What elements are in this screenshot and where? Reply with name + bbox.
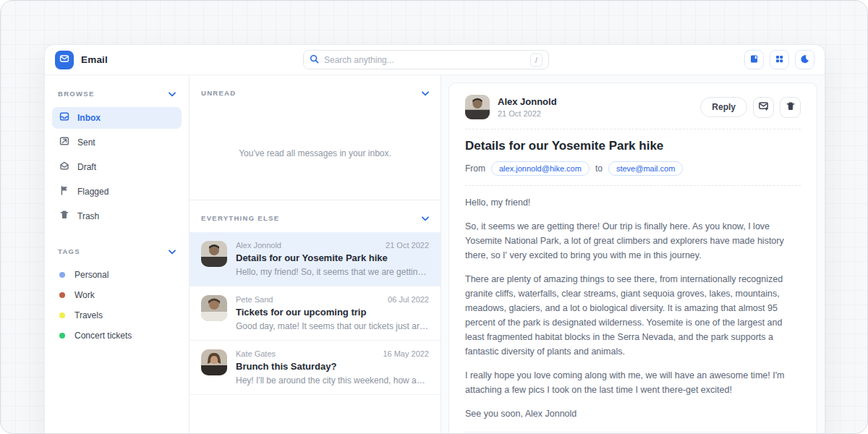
mail-sender: Pete Sand xyxy=(236,295,273,304)
search-icon xyxy=(310,54,319,67)
sidebar-item-draft[interactable]: Draft xyxy=(52,156,182,178)
mail-item-content: Kate Gates 16 May 2022 Brunch this Satur… xyxy=(236,349,429,386)
tag-label: Travels xyxy=(75,310,103,320)
draft-envelope-icon xyxy=(59,161,69,174)
header-center: / xyxy=(108,50,744,69)
mail-sender: Alex Jonnold xyxy=(236,241,281,250)
mail-list-item[interactable]: Pete Sand 06 Jul 2022 Tickets for our up… xyxy=(190,286,441,341)
search-box[interactable]: / xyxy=(303,50,549,69)
tag-color-dot xyxy=(59,272,65,278)
header-actions xyxy=(744,50,814,69)
app-body: BROWSE Inbox Sent xyxy=(45,75,825,434)
to-label: to xyxy=(595,163,603,174)
avatar xyxy=(201,241,227,267)
from-email-pill[interactable]: alex.jonnold@hike.com xyxy=(491,161,590,176)
browse-label: BROWSE xyxy=(58,90,95,98)
chevron-down-icon[interactable] xyxy=(422,86,429,99)
tags-label: TAGS xyxy=(58,247,80,255)
divider xyxy=(465,432,801,433)
email-app-window: Email / xyxy=(44,44,825,434)
tag-item-concert-tickets[interactable]: Concert tickets xyxy=(52,326,182,346)
tags-section-header[interactable]: TAGS xyxy=(52,243,182,265)
apps-grid-button[interactable] xyxy=(770,50,789,69)
detail-date: 21 Oct 2022 xyxy=(498,109,557,118)
everything-else-label: EVERYTHING ELSE xyxy=(201,214,279,222)
browse-section-header[interactable]: BROWSE xyxy=(52,85,182,107)
mail-sender: Kate Gates xyxy=(236,349,276,358)
divider xyxy=(465,129,801,129)
avatar xyxy=(201,295,227,321)
trash-icon xyxy=(59,210,69,223)
mail-date: 16 May 2022 xyxy=(383,349,429,358)
tags-section: TAGS Personal Work xyxy=(52,243,182,346)
email-paragraph: Hello, my friend! xyxy=(465,195,801,210)
detail-header: Alex Jonnold 21 Oct 2022 Reply xyxy=(465,95,801,119)
app-title: Email xyxy=(81,54,108,65)
unread-section-header[interactable]: UNREAD xyxy=(190,75,441,107)
inbox-icon xyxy=(59,111,69,124)
chevron-down-icon[interactable] xyxy=(169,87,176,100)
message-detail-column: Alex Jonnold 21 Oct 2022 Reply xyxy=(441,75,825,434)
trash-icon xyxy=(786,101,796,114)
from-label: From xyxy=(465,163,485,174)
mail-date: 06 Jul 2022 xyxy=(388,295,429,304)
book-button[interactable] xyxy=(744,50,764,69)
delete-email-button[interactable] xyxy=(780,97,801,118)
moon-icon xyxy=(800,54,809,66)
detail-subject: Details for our Yosemite Park hike xyxy=(465,139,801,153)
flag-icon xyxy=(59,185,69,198)
unread-label: UNREAD xyxy=(201,89,236,97)
tag-label: Personal xyxy=(75,270,109,280)
mail-list-item[interactable]: Alex Jonnold 21 Oct 2022 Details for our… xyxy=(190,232,441,286)
mail-subject: Brunch this Saturday? xyxy=(236,361,429,372)
to-email-pill[interactable]: steve@mail.com xyxy=(608,161,683,176)
sidebar-item-inbox[interactable]: Inbox xyxy=(52,107,182,129)
sidebar-item-sent[interactable]: Sent xyxy=(52,132,182,153)
tag-item-work[interactable]: Work xyxy=(52,285,182,305)
sidebar-item-flagged[interactable]: Flagged xyxy=(52,181,182,203)
dark-mode-button[interactable] xyxy=(795,50,814,69)
chevron-down-icon[interactable] xyxy=(169,244,176,258)
mail-preview: Good day, mate! It seems that our ticket… xyxy=(236,321,429,331)
mail-subject: Details for our Yosemite Park hike xyxy=(236,252,429,263)
mail-item-content: Pete Sand 06 Jul 2022 Tickets for our up… xyxy=(236,295,429,331)
divider xyxy=(465,185,801,186)
email-paragraph: I really hope you love coming along with… xyxy=(465,368,801,397)
app-header: Email / xyxy=(45,45,825,75)
sidebar-item-label: Trash xyxy=(77,211,99,221)
everything-else-section-header[interactable]: EVERYTHING ELSE xyxy=(190,200,441,232)
tag-color-dot xyxy=(59,292,65,298)
tag-item-travels[interactable]: Travels xyxy=(52,305,182,326)
unread-empty-message: You've read all messages in your inbox. xyxy=(190,107,441,200)
mail-subject: Tickets for our upcoming trip xyxy=(236,307,429,318)
page-background: Email / xyxy=(0,0,868,434)
mail-item-content: Alex Jonnold 21 Oct 2022 Details for our… xyxy=(236,241,429,277)
message-detail-card: Alex Jonnold 21 Oct 2022 Reply xyxy=(448,82,817,434)
reply-button[interactable]: Reply xyxy=(700,97,747,117)
tag-color-dot xyxy=(59,333,65,339)
chevron-down-icon[interactable] xyxy=(422,211,429,224)
avatar xyxy=(201,349,227,375)
search-shortcut-hint: / xyxy=(530,54,542,67)
tag-item-personal[interactable]: Personal xyxy=(52,265,182,285)
mail-date: 21 Oct 2022 xyxy=(386,241,429,250)
avatar xyxy=(465,95,490,119)
envelope-plus-icon xyxy=(758,101,769,114)
sidebar-item-label: Draft xyxy=(77,162,96,172)
detail-sender-name: Alex Jonnold xyxy=(498,96,557,107)
email-paragraph: There are plenty of amazing things to se… xyxy=(465,272,801,359)
forward-email-button[interactable] xyxy=(753,97,774,118)
sidebar-item-trash[interactable]: Trash xyxy=(52,205,182,227)
search-input[interactable] xyxy=(324,55,530,65)
tag-label: Concert tickets xyxy=(75,331,132,341)
book-icon xyxy=(749,54,759,66)
mail-list-item[interactable]: Kate Gates 16 May 2022 Brunch this Satur… xyxy=(190,341,441,395)
detail-actions: Reply xyxy=(700,97,801,118)
sidebar-item-label: Sent xyxy=(77,137,95,148)
tag-label: Work xyxy=(75,290,95,300)
email-paragraph: See you soon, Alex Jonnold xyxy=(465,407,801,421)
email-paragraph: So, it seems we are getting there! Our t… xyxy=(465,219,801,263)
sidebar-item-label: Inbox xyxy=(77,113,101,123)
from-to-row: From alex.jonnold@hike.com to steve@mail… xyxy=(465,161,801,176)
sidebar: BROWSE Inbox Sent xyxy=(45,75,190,434)
